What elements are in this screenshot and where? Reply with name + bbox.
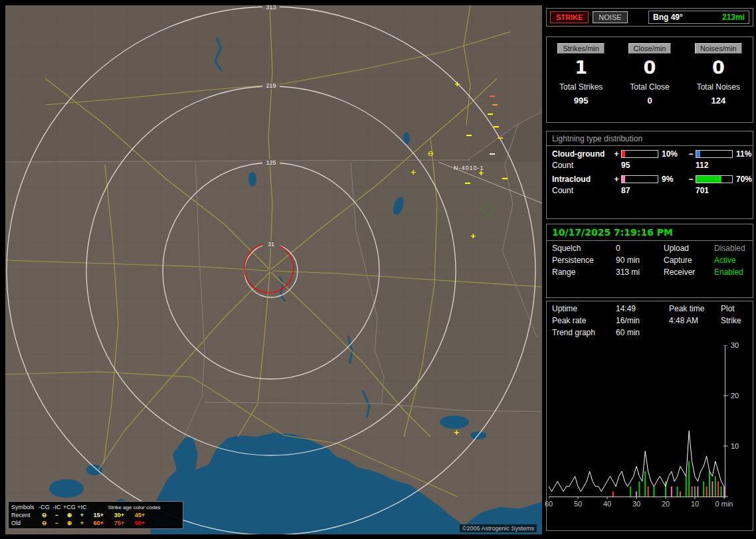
noises-per-min-column: Noises/min 0 Total Noises 124 <box>684 37 753 122</box>
trend-graph-label: Trend graph <box>552 328 616 337</box>
trend-x-tick: 0 min <box>715 500 733 508</box>
total-close-value: 0 <box>647 96 652 106</box>
cloud-ground-label: Cloud-ground <box>552 149 612 159</box>
strike-symbol: ⊖ <box>427 150 433 157</box>
trend-x-tick: 60 <box>545 500 553 508</box>
plus-sign: + <box>612 149 621 159</box>
trend-x-axis-labels: 6050403020100 min <box>549 500 752 509</box>
cloud-ground-count-row: Count 95 112 <box>547 159 753 171</box>
recent-neg-cg-icon: ⊖ <box>38 512 50 518</box>
strike-symbol <box>498 137 503 139</box>
age-30: 30+ <box>109 512 130 518</box>
close-per-min-value: 0 <box>644 57 656 78</box>
trend-plot <box>549 345 729 504</box>
cloud-ground-row: Cloud-ground + 10% − 11% <box>547 146 753 159</box>
strike-symbol <box>494 126 499 127</box>
total-noises-value: 124 <box>711 96 725 106</box>
stats-row: Peak rate 16/min 4:48 AM Strike <box>547 313 753 325</box>
total-noises-label: Total Noises <box>697 82 740 92</box>
strike-symbol: + <box>454 80 460 88</box>
age-75: 75+ <box>109 520 130 526</box>
strike-symbol: + <box>410 169 416 176</box>
strike-symbol <box>490 96 495 97</box>
capture-value: Active <box>714 256 747 265</box>
age-15: 15+ <box>88 512 109 518</box>
old-pos-ic-icon: + <box>76 520 88 526</box>
strike-symbol <box>465 183 470 184</box>
capture-label: Capture <box>664 256 714 265</box>
controls-box: STRIKE NOISE Bng 49° 213mi <box>546 8 753 27</box>
cg-minus-count: 112 <box>696 161 733 170</box>
distance-value: 213mi <box>722 13 745 22</box>
trend-y-tick: 20 <box>731 392 739 400</box>
minus-sign: − <box>686 149 696 159</box>
receiver-value: Enabled <box>714 268 747 277</box>
plus-sign: + <box>612 175 621 184</box>
age-90: 90+ <box>130 520 150 526</box>
strike-button[interactable]: STRIKE <box>550 11 589 23</box>
legend-col-neg-cg: -CG <box>38 504 50 510</box>
ic-plus-bar-fill <box>622 176 625 183</box>
peak-time-value: 4:48 AM <box>669 316 721 325</box>
legend-col-pos-cg: +CG <box>63 504 76 510</box>
age-60: 60+ <box>88 520 109 526</box>
cg-minus-pct: 11% <box>733 149 756 159</box>
ic-plus-pct: 9% <box>658 175 686 184</box>
ic-minus-pct: 70% <box>733 175 756 184</box>
noise-button[interactable]: NOISE <box>593 11 627 23</box>
intracloud-row: Intracloud + 9% − 70% <box>547 171 753 184</box>
status-panel: STRIKE NOISE Bng 49° 213mi Strikes/min 1… <box>546 0 756 539</box>
trend-x-tick: 40 <box>603 500 611 508</box>
trend-y-axis-labels: 302010 <box>731 345 751 501</box>
strikes-per-min-value: 1 <box>575 57 587 78</box>
trend-y-tick: 30 <box>731 341 739 349</box>
strike-symbol: + <box>453 429 459 436</box>
strike-symbol <box>488 114 493 115</box>
range-value: 313 mi <box>616 268 664 277</box>
map-legend: Symbols -CG -IC +CG +IC Strike age color… <box>8 501 183 529</box>
ic-minus-count: 701 <box>696 186 733 195</box>
cg-plus-bar <box>621 150 658 158</box>
recent-pos-ic-icon: + <box>76 512 88 518</box>
close-per-min-chip[interactable]: Close/min <box>628 43 672 54</box>
ic-plus-bar <box>621 175 658 183</box>
strike-symbol <box>492 104 498 106</box>
status-row: Range 313 mi Receiver Enabled <box>547 265 753 277</box>
noises-per-min-value: 0 <box>712 57 725 78</box>
aircraft-callsign: N-4010-1 <box>454 165 484 171</box>
status-row: Persistence 90 min Capture Active <box>547 253 753 265</box>
close-per-min-column: Close/min 0 Total Close 0 <box>615 37 684 122</box>
old-pos-cg-icon: ⊕ <box>63 520 76 526</box>
trend-x-tick: 50 <box>574 500 582 508</box>
copyright-text: ©2005 Astrogenic Systems <box>460 524 537 532</box>
trend-x-tick: 20 <box>662 500 670 508</box>
trend-y-tick: 10 <box>731 442 739 450</box>
old-neg-cg-icon: ⊖ <box>38 520 50 526</box>
trend-x-tick: 10 <box>691 500 699 508</box>
cg-plus-bar-fill <box>622 151 625 157</box>
squelch-label: Squelch <box>552 244 616 253</box>
noises-per-min-chip[interactable]: Noises/min <box>695 43 741 54</box>
ic-minus-bar <box>696 175 733 183</box>
datetime-display: 10/17/2025 7:19:16 PM <box>547 224 753 241</box>
ic-plus-count: 87 <box>621 186 658 195</box>
legend-symbols-header: Symbols <box>11 504 38 510</box>
cg-plus-pct: 10% <box>658 149 686 159</box>
legend-col-neg-ic: -IC <box>50 504 63 510</box>
stats-row: Uptime 14:49 Peak time Plot <box>547 301 753 313</box>
recent-pos-cg-icon: ⊕ <box>63 512 76 518</box>
plot-value: Strike <box>721 316 747 325</box>
ic-minus-bar-fill <box>696 176 721 183</box>
legend-old-label: Old <box>11 520 38 526</box>
lightning-map[interactable]: 313 219 125 31 +++++⊖ N-4010-1 Symbols -… <box>5 5 542 534</box>
strikes-per-min-chip[interactable]: Strikes/min <box>557 43 604 54</box>
ic-count-label: Count <box>552 186 612 195</box>
intracloud-label: Intracloud <box>552 175 612 184</box>
strike-symbol: + <box>470 232 476 240</box>
plot-label: Plot <box>721 304 747 313</box>
bearing-readout: Bng 49° 213mi <box>648 11 749 24</box>
strike-symbol <box>490 153 495 155</box>
cg-minus-bar <box>696 150 733 158</box>
old-neg-ic-icon: − <box>50 520 63 526</box>
cg-minus-bar-fill <box>696 151 700 157</box>
